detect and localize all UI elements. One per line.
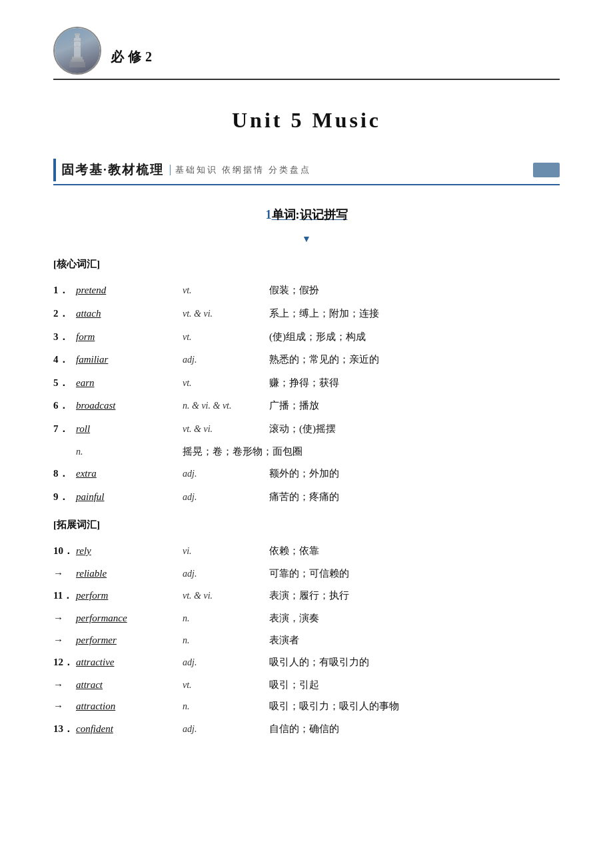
arrow-icon: → [53,697,76,716]
vocab-sub-meaning: 表演，演奏 [269,609,560,628]
vocab-num: 2． [53,304,76,323]
vocab-row: 1． pretend vt. 假装；假扮 [53,279,560,302]
vocab-meaning: 额外的；外加的 [269,464,560,483]
vocab-row: 3． form vt. (使)组成；形成；构成 [53,325,560,349]
vocab-num: 6． [53,396,76,415]
vocab-num: 9． [53,487,76,507]
vocab-sub-meaning: 吸引；吸引力；吸引人的事物 [269,697,560,716]
expand-category-label: [拓展词汇] [53,516,560,534]
core-category-label: [核心词汇] [53,255,560,273]
vocab-word: attach [76,304,183,323]
vocab-pos: adj. [183,465,269,483]
section-label: 单词 [272,208,296,221]
vocab-pos: n. [76,443,183,461]
vocab-sub-row: → attract vt. 吸引；引起 [53,674,560,696]
vocab-meaning: 系上；缚上；附加；连接 [269,304,560,323]
vocab-word: pretend [76,281,183,300]
vocab-meaning: 假装；假扮 [269,281,560,300]
vocab-word: broadcast [76,396,183,415]
arrow-icon: → [53,675,76,695]
vocab-row: 10． rely vi. 依赖；依靠 [53,539,560,563]
vocab-num: 3． [53,327,76,347]
banner-decoration [533,163,560,177]
vocab-n-row: n. 摇晃；卷；卷形物；面包圈 [53,441,560,463]
vocab-row: 12． attractive adj. 吸引人的；有吸引力的 [53,651,560,674]
pipe-icon: | [169,160,171,179]
vocab-word: rely [76,541,183,561]
vocab-num: 4． [53,350,76,369]
vocab-meaning: 吸引人的；有吸引力的 [269,653,560,672]
vocab-sub-word: attract [76,675,183,695]
section-banner: 固考基·教材梳理 | 基础知识 依纲据情 分类盘点 [53,159,560,185]
svg-rect-2 [71,59,84,62]
vocab-meaning: 赚；挣得；获得 [269,373,560,393]
section-num: 1 [266,208,272,221]
vocab-num: 1． [53,281,76,300]
vocab-sub-pos: n. [183,698,269,716]
vocab-sub-pos: vt. [183,677,269,695]
logo [53,27,101,75]
vocab-meaning: 滚动；(使)摇摆 [269,419,560,439]
vocab-pos: adj. [183,489,269,507]
vocab-pos: adj. [183,721,269,739]
vocab-meaning: 熟悉的；常见的；亲近的 [269,350,560,369]
vocab-num: 11． [53,586,76,605]
vocab-sub-pos: n. [183,610,269,628]
vocab-sub-row: → performer n. 表演者 [53,629,560,651]
vocab-sub-pos: adj. [183,565,269,583]
vocab-meaning: 依赖；依靠 [269,541,560,561]
unit-title: Unit 5 Music [53,101,560,140]
svg-rect-8 [69,62,85,67]
vocab-word: confident [76,719,183,739]
vocab-meaning: 痛苦的；疼痛的 [269,487,560,507]
vocab-meaning: 自信的；确信的 [269,719,560,739]
vocab-sub-word: attraction [76,697,183,716]
vocab-word: attractive [76,653,183,672]
vocab-num: 5． [53,373,76,393]
arrow-icon: → [53,564,76,583]
book-title: 必修2 [111,41,156,75]
section-banner-main: 固考基·教材梳理 [53,159,164,181]
vocab-word: painful [76,487,183,507]
vocab-meaning: 广播；播放 [269,396,560,415]
page-header: 必修2 [53,27,560,80]
vocab-sub-row: → reliable adj. 可靠的；可信赖的 [53,563,560,585]
arrow-icon: → [53,631,76,650]
vocab-num: 10． [53,541,76,561]
vocab-sub-meaning: 可靠的；可信赖的 [269,564,560,583]
vocab-row: 5． earn vt. 赚；挣得；获得 [53,371,560,395]
vocab-sub-row: → performance n. 表演，演奏 [53,607,560,629]
vocab-row: 6． broadcast n. & vi. & vt. 广播；播放 [53,394,560,417]
vocab-row: 4． familiar adj. 熟悉的；常见的；亲近的 [53,348,560,371]
vocab-meaning: 表演；履行；执行 [269,586,560,605]
vocab-pos: vt. [183,329,269,347]
vocab-meaning: 摇晃；卷；卷形物；面包圈 [183,442,560,461]
vocab-pos: vt. & vi. [183,587,269,605]
vocab-word: perform [76,586,183,605]
vocab-sub-word: reliable [76,564,183,583]
vocab-word: roll [76,419,183,439]
vocab-meaning: (使)组成；形成；构成 [269,327,560,347]
vocab-row: 2． attach vt. & vi. 系上；缚上；附加；连接 [53,302,560,325]
vocab-num: 12． [53,653,76,672]
vocab-word: earn [76,373,183,393]
vocab-pos: vi. [183,543,269,561]
arrow-icon: → [53,609,76,628]
vocab-row: 9． painful adj. 痛苦的；疼痛的 [53,485,560,509]
vocab-word: familiar [76,350,183,369]
expand-vocab-list: 10． rely vi. 依赖；依靠 → reliable adj. 可靠的；可… [53,539,560,740]
vocab-pos: vt. & vi. [183,421,269,439]
vocab-pos: vt. [183,375,269,393]
vocab-row: 7． roll vt. & vi. 滚动；(使)摇摆 [53,417,560,441]
vocab-row: 13． confident adj. 自信的；确信的 [53,717,560,741]
vocab-sub-word: performer [76,631,183,650]
arrow-down-icon: ▼ [53,231,560,247]
vocab-pos: adj. [183,654,269,672]
vocab-word: extra [76,464,183,483]
vocab-sub-pos: n. [183,632,269,650]
vocab-sub-row: → attraction n. 吸引；吸引力；吸引人的事物 [53,695,560,717]
vocab-pos: vt. & vi. [183,305,269,323]
section-subtitle: 识记拼写 [300,208,348,221]
vocab-row: 11． perform vt. & vi. 表演；履行；执行 [53,584,560,607]
vocab-pos: n. & vi. & vt. [183,397,269,415]
